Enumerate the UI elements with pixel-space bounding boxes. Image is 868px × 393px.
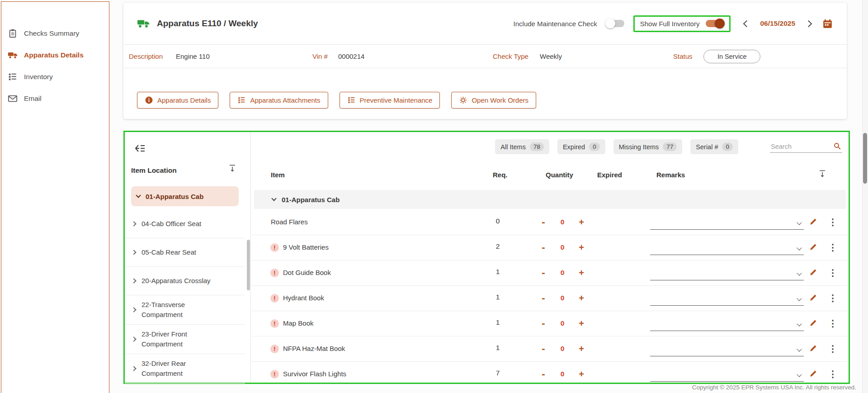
- row-menu-button[interactable]: ⋮: [826, 215, 839, 229]
- required-quantity: 1: [485, 268, 510, 276]
- action-buttons-row: Apparatus Details Apparatus Attachments …: [123, 68, 847, 109]
- button-label: Apparatus Attachments: [250, 96, 320, 104]
- decrease-quantity-button[interactable]: -: [537, 368, 550, 380]
- previous-date-chevron-icon[interactable]: [743, 20, 750, 27]
- status-badge: In Service: [703, 50, 760, 63]
- increase-quantity-button[interactable]: +: [575, 292, 588, 304]
- maintenance-toggle-label: Include Maintenance Check: [514, 20, 597, 28]
- location-tree: 01-Apparatus Cab 04-Cab Officer Seat 05-…: [125, 183, 245, 384]
- apparatus-details-button[interactable]: Apparatus Details: [137, 92, 218, 109]
- filter-expired[interactable]: Expired 0: [557, 139, 605, 154]
- chevron-down-icon: [271, 196, 276, 201]
- increase-quantity-button[interactable]: +: [575, 216, 588, 228]
- page-scrollbar[interactable]: [862, 0, 868, 393]
- next-date-chevron-icon[interactable]: [805, 20, 812, 27]
- edit-remarks-icon[interactable]: [808, 344, 818, 354]
- check-date[interactable]: 06/15/2025: [760, 19, 795, 28]
- decrease-quantity-button[interactable]: -: [537, 342, 550, 355]
- sidebar-item-inventory[interactable]: Inventory: [1, 66, 109, 88]
- filter-serial[interactable]: Serial # 0: [690, 139, 738, 154]
- remarks-field[interactable]: [650, 214, 804, 230]
- filter-missing-items[interactable]: Missing Items 77: [613, 139, 683, 154]
- edit-remarks-icon[interactable]: [808, 217, 818, 227]
- column-expired: Expired: [597, 171, 622, 179]
- location-item-driver-rear-compartment[interactable]: 32-Driver Rear Compartment: [125, 354, 245, 384]
- location-item-cab-officer-seat[interactable]: 04-Cab Officer Seat: [125, 210, 245, 238]
- collapse-all-rows-icon[interactable]: [818, 169, 827, 178]
- decrease-quantity-button[interactable]: -: [537, 292, 550, 304]
- row-menu-button[interactable]: ⋮: [826, 291, 839, 305]
- chevron-down-icon: [797, 296, 802, 301]
- toggle-knob: [605, 19, 615, 28]
- collapse-all-icon[interactable]: [228, 164, 237, 173]
- group-header-apparatus-cab[interactable]: 01-Apparatus Cab: [254, 190, 846, 209]
- missing-alert-icon: !: [270, 319, 279, 328]
- remarks-field[interactable]: [650, 240, 804, 255]
- sidebar-item-apparatus-details[interactable]: Apparatus Details: [1, 44, 109, 66]
- sidebar: Checks Summary Apparatus Details Invento…: [1, 1, 109, 393]
- increase-quantity-button[interactable]: +: [575, 342, 588, 355]
- quantity-value: 0: [556, 370, 569, 378]
- edit-remarks-icon[interactable]: [808, 268, 818, 278]
- open-work-orders-button[interactable]: Open Work Orders: [451, 92, 536, 109]
- chevron-right-icon: [131, 336, 136, 341]
- collapse-pane-icon[interactable]: [134, 143, 146, 155]
- chevron-down-icon: [797, 346, 802, 351]
- sidebar-item-checks-summary[interactable]: Checks Summary: [1, 23, 109, 44]
- location-item-transverse-compartment[interactable]: 22-Transverse Compartment: [125, 295, 245, 325]
- edit-remarks-icon[interactable]: [808, 369, 818, 379]
- remarks-field[interactable]: [650, 341, 804, 356]
- edit-remarks-icon[interactable]: [808, 242, 818, 252]
- edit-remarks-icon[interactable]: [808, 318, 818, 328]
- remarks-field[interactable]: [650, 366, 804, 382]
- apparatus-icon: [137, 19, 150, 28]
- remarks-field[interactable]: [650, 265, 804, 280]
- location-item-cab-rear-seat[interactable]: 05-Cab Rear Seat: [125, 238, 245, 267]
- app-screen: Checks Summary Apparatus Details Invento…: [0, 0, 868, 393]
- filter-all-items[interactable]: All Items 78: [495, 139, 549, 154]
- sidebar-item-email[interactable]: Email: [1, 88, 109, 109]
- increase-quantity-button[interactable]: +: [575, 317, 588, 330]
- location-item-apparatus-cab[interactable]: 01-Apparatus Cab: [131, 186, 239, 206]
- row-menu-button[interactable]: ⋮: [826, 367, 839, 381]
- location-item-apparatus-crosslay[interactable]: 20-Apparatus Crosslay: [125, 267, 245, 295]
- decrease-quantity-button[interactable]: -: [537, 241, 550, 254]
- decrease-quantity-button[interactable]: -: [537, 266, 550, 279]
- preventive-maintenance-button[interactable]: Preventive Maintenance: [340, 92, 440, 109]
- vin-value: 0000214: [338, 52, 364, 60]
- location-scrollbar[interactable]: [247, 240, 250, 290]
- increase-quantity-button[interactable]: +: [575, 368, 588, 380]
- date-navigation: 06/15/2025: [744, 18, 833, 29]
- item-name: Road Flares: [271, 218, 308, 226]
- remarks-field[interactable]: [650, 316, 804, 331]
- calendar-icon[interactable]: [822, 18, 833, 29]
- inventory-row: Road Flares 0 - 0 + ⋮: [251, 210, 849, 235]
- increase-quantity-button[interactable]: +: [575, 241, 588, 254]
- item-name: NFPA Haz-Mat Book: [283, 345, 345, 352]
- location-item-driver-front-compartment[interactable]: 23-Driver Front Compartment: [125, 325, 245, 354]
- scrollbar-thumb[interactable]: [863, 133, 867, 184]
- search-input[interactable]: [770, 141, 842, 153]
- row-menu-button[interactable]: ⋮: [826, 266, 839, 279]
- edit-remarks-icon[interactable]: [808, 293, 818, 303]
- item-name: Dot Guide Book: [283, 269, 331, 276]
- show-full-inventory-toggle[interactable]: [706, 20, 724, 27]
- maintenance-toggle[interactable]: [606, 20, 624, 27]
- show-full-inventory-highlight: Show Full Inventory: [633, 15, 731, 32]
- row-menu-button[interactable]: ⋮: [826, 241, 839, 254]
- location-label: 01-Apparatus Cab: [146, 193, 203, 200]
- apparatus-attachments-button[interactable]: Apparatus Attachments: [230, 92, 328, 109]
- chevron-right-icon: [131, 221, 136, 226]
- remarks-field[interactable]: [650, 290, 804, 306]
- location-label: 22-Transverse Compartment: [142, 300, 221, 320]
- row-menu-button[interactable]: ⋮: [826, 342, 839, 355]
- sidebar-item-label: Checks Summary: [24, 29, 79, 38]
- required-quantity: 0: [485, 217, 510, 225]
- quantity-value: 0: [556, 319, 569, 327]
- decrease-quantity-button[interactable]: -: [537, 216, 550, 228]
- location-label: 32-Driver Rear Compartment: [142, 359, 221, 379]
- increase-quantity-button[interactable]: +: [575, 266, 588, 279]
- search-icon[interactable]: [833, 142, 841, 150]
- decrease-quantity-button[interactable]: -: [537, 317, 550, 330]
- row-menu-button[interactable]: ⋮: [826, 317, 839, 330]
